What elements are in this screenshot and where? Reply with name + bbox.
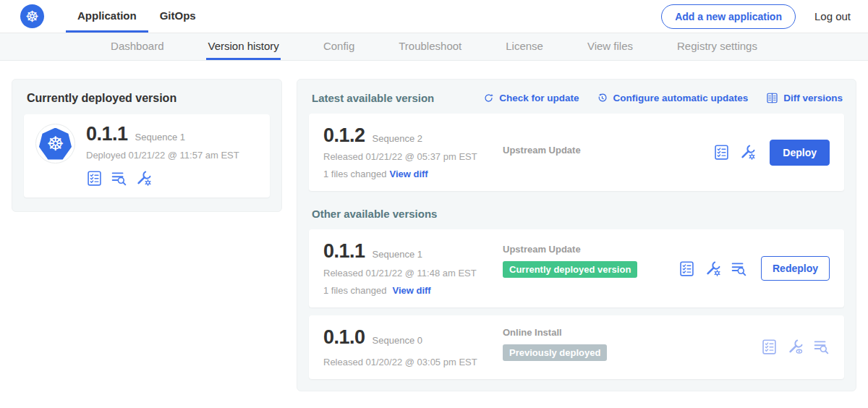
check-for-update-label: Check for update (499, 93, 579, 103)
configure-automatic-updates-link[interactable]: Configure automatic updates (597, 92, 748, 104)
subnav-tab-version-history[interactable]: Version history (206, 33, 280, 60)
subnav-tab-label: Troubleshoot (399, 40, 461, 52)
version-row-0-1-2: 0.1.2 Sequence 2 Released 01/21/22 @ 05:… (309, 114, 844, 191)
deployed-version-number: 0.1.1 (86, 124, 128, 144)
deployed-version-tile: ☸ 0.1.1 Sequence 1 Deployed 01/21/22 @ 1… (24, 114, 270, 197)
other-available-title: Other available versions (312, 208, 843, 220)
version-source: Upstream Update Currently deployed versi… (503, 244, 678, 278)
tab-gitops[interactable]: GitOps (148, 0, 208, 33)
header-tabs: Application GitOps (66, 0, 208, 33)
deployed-sequence-label: Sequence 1 (135, 132, 185, 143)
main-content: Currently deployed version ☸ 0.1.1 Seque… (0, 61, 868, 391)
preflight-checks-icon[interactable] (713, 144, 730, 161)
version-info: 0.1.2 Sequence 2 Released 01/21/22 @ 05:… (323, 125, 503, 179)
subnav-tab-troubleshoot[interactable]: Troubleshoot (397, 33, 463, 60)
check-for-update-link[interactable]: Check for update (483, 92, 579, 104)
tab-application-label: Application (77, 9, 137, 22)
subnav-tab-label: Config (323, 40, 354, 52)
currently-deployed-badge: Currently deployed version (503, 261, 637, 278)
deployed-timestamp: Deployed 01/21/22 @ 11:57 am EST (86, 150, 239, 161)
currently-deployed-card: Currently deployed version ☸ 0.1.1 Seque… (12, 79, 282, 212)
header-right: Add a new application Log out (661, 0, 851, 33)
add-application-button[interactable]: Add a new application (661, 4, 796, 29)
preflight-checks-icon[interactable] (86, 170, 103, 187)
refresh-icon (483, 93, 494, 103)
version-row-0-1-0: 0.1.0 Sequence 0 Released 01/20/22 @ 03:… (309, 315, 844, 379)
sequence-label: Sequence 2 (373, 133, 422, 144)
subnav-tab-label: Dashboard (111, 40, 163, 52)
panel-actions: Check for update Configure automatic upd… (483, 92, 843, 104)
config-icon[interactable] (705, 260, 721, 277)
source-label: Upstream Update (503, 145, 706, 156)
preflight-checks-icon[interactable] (761, 339, 778, 355)
app-header: ☸ Application GitOps Add a new applicati… (0, 0, 868, 33)
deploy-logs-icon[interactable] (731, 260, 747, 277)
version-actions: Redeploy (678, 256, 830, 281)
source-label: Upstream Update (503, 244, 671, 255)
released-timestamp: Released 01/21/22 @ 05:37 pm EST (323, 151, 503, 162)
diff-icon (766, 92, 778, 104)
version-actions: Deploy (713, 140, 830, 166)
config-view-icon[interactable] (787, 339, 804, 355)
diff-versions-label: Diff versions (783, 93, 843, 103)
deploy-logs-icon[interactable] (813, 339, 830, 355)
subnav-tab-registry-settings[interactable]: Registry settings (676, 33, 759, 60)
config-icon[interactable] (739, 144, 756, 161)
kubernetes-logo-icon: ☸ (20, 4, 44, 28)
currently-deployed-title: Currently deployed version (27, 92, 268, 105)
configure-automatic-updates-label: Configure automatic updates (613, 93, 748, 103)
version-source: Online Install Previously deployed (503, 327, 761, 361)
subnav-tab-config[interactable]: Config (322, 33, 356, 60)
version-info: 0.1.0 Sequence 0 Released 01/20/22 @ 03:… (323, 327, 503, 367)
version-row-0-1-1: 0.1.1 Sequence 1 Released 01/21/22 @ 11:… (309, 229, 844, 307)
view-diff-link[interactable]: View diff (392, 285, 430, 296)
subnav-tab-dashboard[interactable]: Dashboard (109, 33, 165, 60)
previously-deployed-badge: Previously deployed (503, 344, 607, 361)
files-changed-label: 1 files changed (323, 169, 386, 179)
app-subnav: Dashboard Version history Config Trouble… (0, 33, 868, 61)
view-diff-link[interactable]: View diff (389, 169, 427, 179)
latest-available-title: Latest available version (312, 92, 434, 104)
redeploy-button[interactable]: Redeploy (761, 256, 830, 281)
app-icon-badge: ☸ (35, 124, 75, 163)
diff-versions-link[interactable]: Diff versions (766, 92, 843, 104)
released-timestamp: Released 01/20/22 @ 03:05 pm EST (323, 357, 503, 367)
logout-link[interactable]: Log out (814, 10, 851, 22)
deploy-button[interactable]: Deploy (770, 140, 830, 166)
deploy-logs-icon[interactable] (111, 170, 127, 187)
subnav-tab-label: Registry settings (677, 40, 757, 52)
deployed-version-details: 0.1.1 Sequence 1 Deployed 01/21/22 @ 11:… (86, 124, 239, 187)
version-number: 0.1.0 (323, 327, 365, 347)
subnav-tab-license[interactable]: License (504, 33, 545, 60)
subnav-tab-view-files[interactable]: View files (586, 33, 634, 60)
version-number: 0.1.1 (323, 241, 365, 261)
version-history-panel: Latest available version Check for updat… (297, 79, 856, 391)
schedule-icon (597, 93, 608, 103)
version-number: 0.1.2 (323, 125, 365, 145)
preflight-checks-icon[interactable] (678, 260, 695, 277)
source-label: Online Install (503, 327, 754, 338)
sequence-label: Sequence 0 (373, 335, 422, 346)
panel-header: Latest available version Check for updat… (312, 92, 843, 104)
subnav-tab-label: Version history (208, 40, 278, 52)
tab-application[interactable]: Application (66, 0, 148, 33)
sequence-label: Sequence 1 (373, 249, 422, 260)
files-changed-label: 1 files changed (323, 285, 386, 296)
tab-gitops-label: GitOps (160, 9, 196, 22)
version-actions (761, 339, 830, 355)
subnav-tab-label: View files (587, 40, 633, 52)
kubernetes-logo-icon: ☸ (39, 128, 72, 160)
released-timestamp: Released 01/21/22 @ 11:48 am EST (323, 268, 503, 279)
subnav-tab-label: License (506, 40, 543, 52)
version-info: 0.1.1 Sequence 1 Released 01/21/22 @ 11:… (323, 241, 503, 295)
version-source: Upstream Update (503, 145, 713, 156)
config-icon[interactable] (135, 170, 152, 187)
